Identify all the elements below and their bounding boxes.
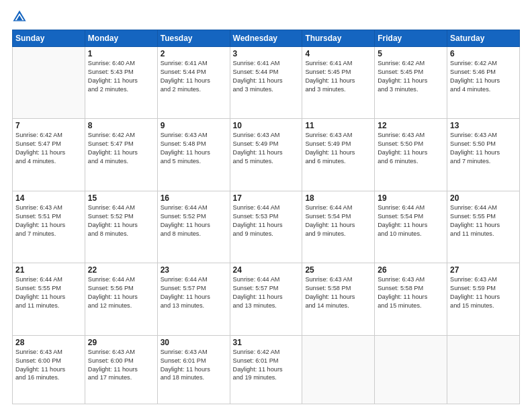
day-info: Sunrise: 6:41 AM Sunset: 5:44 PM Dayligh…	[161, 59, 227, 94]
day-number: 8	[88, 121, 154, 130]
table-row: 2Sunrise: 6:41 AM Sunset: 5:44 PM Daylig…	[157, 47, 230, 119]
table-row: 31Sunrise: 6:42 AM Sunset: 6:01 PM Dayli…	[230, 335, 302, 404]
table-row	[375, 335, 447, 404]
day-number: 19	[378, 193, 444, 203]
day-info: Sunrise: 6:43 AM Sunset: 5:49 PM Dayligh…	[233, 131, 300, 166]
day-number: 6	[450, 49, 517, 58]
col-thursday: Thursday	[302, 30, 375, 47]
calendar-table: Sunday Monday Tuesday Wednesday Thursday…	[12, 30, 520, 404]
day-number: 11	[305, 121, 371, 130]
day-info: Sunrise: 6:43 AM Sunset: 5:58 PM Dayligh…	[378, 275, 444, 310]
day-number: 10	[233, 121, 300, 130]
day-info: Sunrise: 6:42 AM Sunset: 5:45 PM Dayligh…	[378, 59, 444, 94]
day-number: 17	[233, 193, 300, 203]
day-info: Sunrise: 6:44 AM Sunset: 5:54 PM Dayligh…	[378, 203, 444, 238]
day-number: 3	[233, 49, 300, 58]
day-info: Sunrise: 6:43 AM Sunset: 5:48 PM Dayligh…	[161, 131, 227, 166]
day-number: 2	[161, 49, 227, 58]
day-info: Sunrise: 6:42 AM Sunset: 5:47 PM Dayligh…	[15, 131, 82, 166]
table-row	[13, 47, 85, 119]
day-info: Sunrise: 6:44 AM Sunset: 5:56 PM Dayligh…	[88, 275, 154, 310]
table-row: 15Sunrise: 6:44 AM Sunset: 5:52 PM Dayli…	[85, 191, 157, 263]
table-row: 9Sunrise: 6:43 AM Sunset: 5:48 PM Daylig…	[157, 119, 230, 191]
day-number: 29	[88, 338, 154, 347]
day-info: Sunrise: 6:42 AM Sunset: 5:47 PM Dayligh…	[88, 131, 154, 166]
day-info: Sunrise: 6:41 AM Sunset: 5:45 PM Dayligh…	[305, 59, 371, 94]
day-info: Sunrise: 6:44 AM Sunset: 5:53 PM Dayligh…	[233, 203, 300, 238]
day-info: Sunrise: 6:44 AM Sunset: 5:57 PM Dayligh…	[161, 275, 227, 310]
table-row: 13Sunrise: 6:43 AM Sunset: 5:50 PM Dayli…	[447, 119, 520, 191]
table-row: 14Sunrise: 6:43 AM Sunset: 5:51 PM Dayli…	[13, 191, 85, 263]
table-row: 3Sunrise: 6:41 AM Sunset: 5:44 PM Daylig…	[230, 47, 302, 119]
day-number: 24	[233, 265, 300, 275]
table-row: 29Sunrise: 6:43 AM Sunset: 6:00 PM Dayli…	[85, 335, 157, 404]
table-row: 28Sunrise: 6:43 AM Sunset: 6:00 PM Dayli…	[13, 335, 85, 404]
table-row: 19Sunrise: 6:44 AM Sunset: 5:54 PM Dayli…	[375, 191, 447, 263]
header	[12, 11, 520, 24]
day-info: Sunrise: 6:43 AM Sunset: 5:59 PM Dayligh…	[450, 275, 517, 310]
day-info: Sunrise: 6:44 AM Sunset: 5:54 PM Dayligh…	[305, 203, 371, 238]
day-number: 28	[15, 338, 82, 347]
table-row: 11Sunrise: 6:43 AM Sunset: 5:49 PM Dayli…	[302, 119, 375, 191]
table-row	[302, 335, 375, 404]
logo	[12, 11, 28, 24]
day-info: Sunrise: 6:43 AM Sunset: 5:58 PM Dayligh…	[305, 275, 371, 310]
day-number: 9	[161, 121, 227, 130]
day-number: 22	[88, 265, 154, 275]
table-row: 12Sunrise: 6:43 AM Sunset: 5:50 PM Dayli…	[375, 119, 447, 191]
col-sunday: Sunday	[13, 30, 85, 47]
table-row: 17Sunrise: 6:44 AM Sunset: 5:53 PM Dayli…	[230, 191, 302, 263]
table-row: 22Sunrise: 6:44 AM Sunset: 5:56 PM Dayli…	[85, 263, 157, 335]
table-row: 23Sunrise: 6:44 AM Sunset: 5:57 PM Dayli…	[157, 263, 230, 335]
day-number: 15	[88, 193, 154, 203]
calendar-week-row: 7Sunrise: 6:42 AM Sunset: 5:47 PM Daylig…	[13, 119, 520, 191]
table-row: 20Sunrise: 6:44 AM Sunset: 5:55 PM Dayli…	[447, 191, 520, 263]
calendar-week-row: 28Sunrise: 6:43 AM Sunset: 6:00 PM Dayli…	[13, 335, 520, 404]
logo-icon	[12, 9, 27, 24]
table-row: 6Sunrise: 6:42 AM Sunset: 5:46 PM Daylig…	[447, 47, 520, 119]
day-info: Sunrise: 6:43 AM Sunset: 5:50 PM Dayligh…	[378, 131, 444, 166]
day-number: 12	[378, 121, 444, 130]
table-row	[447, 335, 520, 404]
day-number: 1	[88, 49, 154, 58]
day-info: Sunrise: 6:44 AM Sunset: 5:55 PM Dayligh…	[15, 275, 82, 310]
table-row: 27Sunrise: 6:43 AM Sunset: 5:59 PM Dayli…	[447, 263, 520, 335]
day-number: 27	[450, 265, 517, 275]
col-saturday: Saturday	[447, 30, 520, 47]
day-info: Sunrise: 6:44 AM Sunset: 5:55 PM Dayligh…	[450, 203, 517, 238]
table-row: 1Sunrise: 6:40 AM Sunset: 5:43 PM Daylig…	[85, 47, 157, 119]
day-number: 18	[305, 193, 371, 203]
table-row: 10Sunrise: 6:43 AM Sunset: 5:49 PM Dayli…	[230, 119, 302, 191]
day-info: Sunrise: 6:40 AM Sunset: 5:43 PM Dayligh…	[88, 59, 154, 94]
col-monday: Monday	[85, 30, 157, 47]
day-info: Sunrise: 6:43 AM Sunset: 6:00 PM Dayligh…	[15, 348, 82, 383]
day-info: Sunrise: 6:43 AM Sunset: 6:00 PM Dayligh…	[88, 348, 154, 383]
table-row: 24Sunrise: 6:44 AM Sunset: 5:57 PM Dayli…	[230, 263, 302, 335]
calendar-week-row: 21Sunrise: 6:44 AM Sunset: 5:55 PM Dayli…	[13, 263, 520, 335]
day-info: Sunrise: 6:43 AM Sunset: 5:50 PM Dayligh…	[450, 131, 517, 166]
table-row: 8Sunrise: 6:42 AM Sunset: 5:47 PM Daylig…	[85, 119, 157, 191]
day-number: 20	[450, 193, 517, 203]
col-tuesday: Tuesday	[157, 30, 230, 47]
calendar-week-row: 14Sunrise: 6:43 AM Sunset: 5:51 PM Dayli…	[13, 191, 520, 263]
day-number: 26	[378, 265, 444, 275]
day-info: Sunrise: 6:41 AM Sunset: 5:44 PM Dayligh…	[233, 59, 300, 94]
day-number: 21	[15, 265, 82, 275]
day-info: Sunrise: 6:44 AM Sunset: 5:52 PM Dayligh…	[161, 203, 227, 238]
day-number: 16	[161, 193, 227, 203]
col-wednesday: Wednesday	[230, 30, 302, 47]
calendar-page: Sunday Monday Tuesday Wednesday Thursday…	[0, 0, 532, 411]
day-info: Sunrise: 6:42 AM Sunset: 5:46 PM Dayligh…	[450, 59, 517, 94]
table-row: 21Sunrise: 6:44 AM Sunset: 5:55 PM Dayli…	[13, 263, 85, 335]
calendar-week-row: 1Sunrise: 6:40 AM Sunset: 5:43 PM Daylig…	[13, 47, 520, 119]
table-row: 30Sunrise: 6:43 AM Sunset: 6:01 PM Dayli…	[157, 335, 230, 404]
day-info: Sunrise: 6:44 AM Sunset: 5:57 PM Dayligh…	[233, 275, 300, 310]
day-number: 25	[305, 265, 371, 275]
day-info: Sunrise: 6:44 AM Sunset: 5:52 PM Dayligh…	[88, 203, 154, 238]
day-info: Sunrise: 6:42 AM Sunset: 6:01 PM Dayligh…	[233, 348, 300, 383]
day-info: Sunrise: 6:43 AM Sunset: 6:01 PM Dayligh…	[161, 348, 227, 383]
calendar-header-row: Sunday Monday Tuesday Wednesday Thursday…	[13, 30, 520, 47]
table-row: 5Sunrise: 6:42 AM Sunset: 5:45 PM Daylig…	[375, 47, 447, 119]
day-number: 31	[233, 338, 300, 347]
day-number: 30	[161, 338, 227, 347]
